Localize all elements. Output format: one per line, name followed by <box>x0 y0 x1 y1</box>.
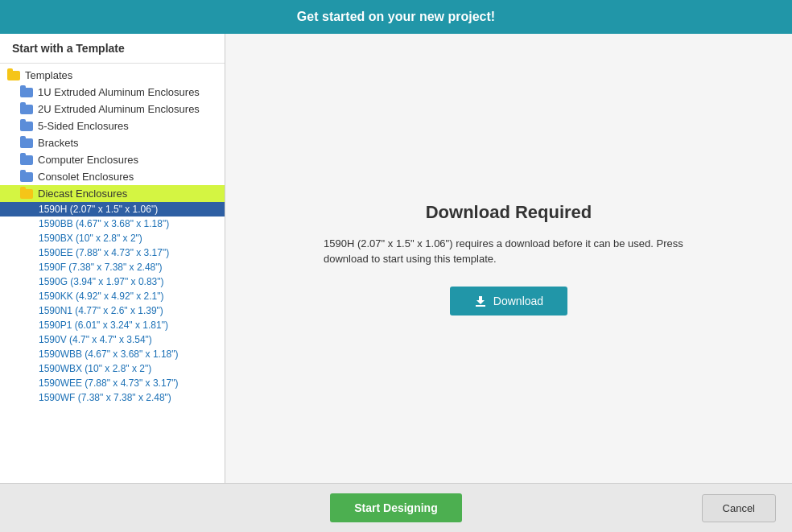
panel-title: Start with a Template <box>0 34 225 64</box>
svg-rect-0 <box>476 305 485 307</box>
template-item-label: 1590WEE (7.88" x 4.73" x 3.17") <box>39 377 179 389</box>
template-item-label: 1590EE (7.88" x 4.73" x 3.17") <box>39 247 169 258</box>
template-item-label: 1590G (3.94" x 1.97" x 0.83") <box>39 276 164 287</box>
tree-folder-2u-label: 2U Extruded Aluminum Enclosures <box>38 103 200 115</box>
template-item-1590h[interactable]: 1590H (2.07" x 1.5" x 1.06") <box>0 202 225 217</box>
folder-icon <box>19 121 34 132</box>
tree-folder-5sided-label: 5-Sided Enclosures <box>38 120 129 132</box>
start-designing-button[interactable]: Start Designing <box>330 493 461 522</box>
left-panel: Start with a Template Templates 1U Extru… <box>0 34 225 483</box>
template-item-label: 1590P1 (6.01" x 3.24" x 1.81") <box>39 320 168 331</box>
bottom-bar: Start Designing Cancel <box>0 483 792 532</box>
tree-folder-computer[interactable]: Computer Enclosures <box>0 151 225 168</box>
tree-folder-5sided[interactable]: 5-Sided Enclosures <box>0 118 225 134</box>
folder-open-icon <box>6 70 21 81</box>
tree-folder-diecast[interactable]: Diecast Enclosures <box>0 185 225 202</box>
template-item-label: 1590WBX (10" x 2.8" x 2") <box>39 363 151 374</box>
template-item-1590wee[interactable]: 1590WEE (7.88" x 4.73" x 3.17") <box>0 376 225 390</box>
right-panel: Download Required 1590H (2.07" x 1.5" x … <box>225 34 792 483</box>
tree-folder-2u[interactable]: 2U Extruded Aluminum Enclosures <box>0 101 225 118</box>
dialog-area: Start with a Template Templates 1U Extru… <box>0 34 792 483</box>
header-title: Get started on your new project! <box>297 10 495 23</box>
template-item-label: 1590H (2.07" x 1.5" x 1.06") <box>39 204 158 215</box>
template-item-1590ee[interactable]: 1590EE (7.88" x 4.73" x 3.17") <box>0 245 225 260</box>
tree-folder-1u-label: 1U Extruded Aluminum Enclosures <box>38 86 200 98</box>
template-item-label: 1590N1 (4.77" x 2.6" x 1.39") <box>39 305 163 316</box>
folder-icon <box>19 155 34 166</box>
tree-folder-consolet[interactable]: Consolet Enclosures <box>0 168 225 185</box>
tree-folder-computer-label: Computer Enclosures <box>38 154 138 166</box>
cancel-button[interactable]: Cancel <box>702 494 776 522</box>
folder-icon <box>19 104 34 115</box>
template-item-1590n1[interactable]: 1590N1 (4.77" x 2.6" x 1.39") <box>0 303 225 318</box>
download-card: Download Required 1590H (2.07" x 1.5" x … <box>307 186 710 332</box>
template-item-1590bx[interactable]: 1590BX (10" x 2.8" x 2") <box>0 231 225 245</box>
start-designing-label: Start Designing <box>354 501 437 514</box>
download-description: 1590H (2.07" x 1.5" x 1.06") requires a … <box>324 236 694 267</box>
template-item-label: 1590WBB (4.67" x 3.68" x 1.18") <box>39 348 179 360</box>
folder-icon <box>19 138 34 149</box>
tree-folder-consolet-label: Consolet Enclosures <box>38 171 134 183</box>
template-item-label: 1590F (7.38" x 7.38" x 2.48") <box>39 262 163 273</box>
tree-root-label: Templates <box>25 69 72 81</box>
template-tree: Templates 1U Extruded Aluminum Enclosure… <box>0 64 225 483</box>
template-item-label: 1590BX (10" x 2.8" x 2") <box>39 233 142 244</box>
download-button-label: Download <box>493 295 543 307</box>
template-item-1590wbx[interactable]: 1590WBX (10" x 2.8" x 2") <box>0 361 225 376</box>
folder-icon <box>19 171 34 183</box>
template-item-1590bb[interactable]: 1590BB (4.67" x 3.68" x 1.18") <box>0 217 225 231</box>
download-icon <box>474 295 487 307</box>
tree-folder-brackets[interactable]: Brackets <box>0 134 225 151</box>
template-item-1590p1[interactable]: 1590P1 (6.01" x 3.24" x 1.81") <box>0 318 225 332</box>
template-item-label: 1590KK (4.92" x 4.92" x 2.1") <box>39 291 164 302</box>
tree-folder-brackets-label: Brackets <box>38 137 79 149</box>
cancel-label: Cancel <box>723 502 755 514</box>
folder-open-icon <box>19 188 34 200</box>
template-item-label: 1590V (4.7" x 4.7" x 3.54") <box>39 334 152 345</box>
template-item-1590f[interactable]: 1590F (7.38" x 7.38" x 2.48") <box>0 260 225 274</box>
tree-folder-1u[interactable]: 1U Extruded Aluminum Enclosures <box>0 84 225 101</box>
template-item-1590wbb[interactable]: 1590WBB (4.67" x 3.68" x 1.18") <box>0 347 225 361</box>
tree-folder-diecast-label: Diecast Enclosures <box>38 188 127 200</box>
tree-root-templates[interactable]: Templates <box>0 67 225 84</box>
template-item-1590wf[interactable]: 1590WF (7.38" x 7.38" x 2.48") <box>0 390 225 405</box>
download-desc-highlighted: 1590H (2.07" x 1.5" x 1.06") <box>324 237 453 250</box>
template-item-1590g[interactable]: 1590G (3.94" x 1.97" x 0.83") <box>0 274 225 289</box>
template-item-1590v[interactable]: 1590V (4.7" x 4.7" x 3.54") <box>0 332 225 347</box>
template-item-1590kk[interactable]: 1590KK (4.92" x 4.92" x 2.1") <box>0 289 225 303</box>
header-bar: Get started on your new project! <box>0 0 792 34</box>
template-item-label: 1590WF (7.38" x 7.38" x 2.48") <box>39 392 171 403</box>
template-item-label: 1590BB (4.67" x 3.68" x 1.18") <box>39 218 169 229</box>
download-button[interactable]: Download <box>450 287 567 315</box>
folder-icon <box>19 87 34 98</box>
download-required-title: Download Required <box>324 202 694 223</box>
